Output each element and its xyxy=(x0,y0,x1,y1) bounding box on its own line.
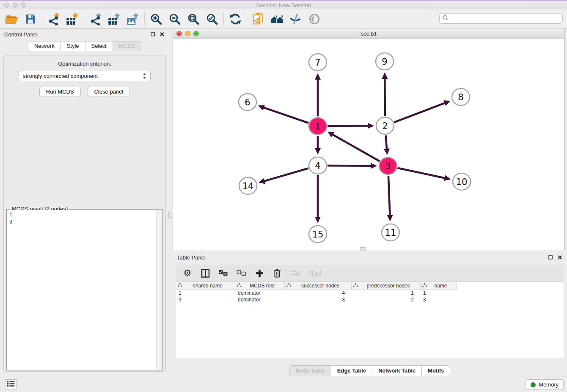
table-row[interactable]: 1dominator411 xyxy=(176,290,564,297)
tab-edge-table[interactable]: Edge Table xyxy=(331,365,372,376)
zoom-out-icon[interactable] xyxy=(165,11,184,28)
tab-motifs[interactable]: Motifs xyxy=(422,365,450,376)
zoom-fit-icon[interactable] xyxy=(184,11,203,28)
table-cell: 1 xyxy=(421,290,457,297)
column-header-shared-name[interactable]: shared name xyxy=(176,282,235,290)
float-panel-icon[interactable] xyxy=(151,32,155,36)
graph-node-11[interactable]: 11 xyxy=(382,224,399,241)
toolbar-separator xyxy=(144,12,145,26)
graph-node-1[interactable]: 1 xyxy=(309,118,327,135)
vertical-splitter-grip[interactable] xyxy=(168,212,172,218)
table-toolbar: ⚙f(x) xyxy=(176,265,564,282)
search-box[interactable] xyxy=(439,13,563,24)
save-icon[interactable] xyxy=(21,11,40,28)
table-cell: 3 xyxy=(285,297,352,304)
table-cell: 1 xyxy=(352,290,421,297)
svg-text:8: 8 xyxy=(458,92,463,102)
export-image-icon[interactable] xyxy=(124,11,142,28)
criterion-dropdown-value: strongly connected component xyxy=(23,73,98,79)
graph-node-15[interactable]: 15 xyxy=(309,226,327,243)
edge-4-3[interactable] xyxy=(328,163,377,169)
zoom-in-icon[interactable] xyxy=(147,11,165,28)
tab-network[interactable]: Network xyxy=(28,41,61,51)
column-header-MCDS-role[interactable]: MCDS role xyxy=(235,282,285,290)
run-mcds-button[interactable]: Run MCDS xyxy=(39,87,81,97)
graph-node-3[interactable]: 3 xyxy=(379,157,397,174)
show-all-icon[interactable] xyxy=(305,11,324,28)
edge-4-15[interactable] xyxy=(315,175,321,223)
edge-3-11[interactable] xyxy=(387,176,393,221)
tab-style[interactable]: Style xyxy=(61,41,85,51)
columns-icon[interactable] xyxy=(201,268,210,278)
toolbar-separator xyxy=(247,12,247,26)
search-input[interactable] xyxy=(451,15,559,22)
tab-mcds[interactable]: MCDS xyxy=(113,41,141,51)
graph-node-14[interactable]: 14 xyxy=(239,177,257,194)
result-scrollbar[interactable] xyxy=(156,210,162,370)
gear-icon[interactable]: ⚙ xyxy=(183,268,192,278)
control-panel-header: Control Panel xyxy=(0,29,169,40)
delete-row-icon[interactable] xyxy=(272,268,282,278)
edge-1-7[interactable] xyxy=(315,73,321,116)
graph-node-10[interactable]: 10 xyxy=(453,173,471,190)
table-cell: 2 xyxy=(352,297,421,304)
edge-4-14[interactable] xyxy=(259,168,308,184)
toolbar-separator xyxy=(84,12,84,26)
home-icon[interactable] xyxy=(268,11,286,28)
close-table-panel-icon[interactable] xyxy=(558,255,562,259)
criterion-dropdown[interactable]: strongly connected component xyxy=(19,71,151,81)
edge-2-8[interactable] xyxy=(394,100,451,122)
deselect-all-icon[interactable] xyxy=(237,268,246,278)
clone-network-icon[interactable] xyxy=(249,11,268,28)
float-table-panel-icon[interactable] xyxy=(548,255,553,259)
function-icon: f(x) xyxy=(308,268,321,278)
graph-node-7[interactable]: 7 xyxy=(309,54,327,71)
horizontal-splitter-grip[interactable] xyxy=(360,247,366,251)
add-row-icon[interactable] xyxy=(255,268,264,278)
zoom-selected-icon[interactable] xyxy=(203,11,221,28)
import-network-icon[interactable] xyxy=(44,11,63,28)
graph-svg: 7968124314101511 xyxy=(173,39,564,250)
edge-2-9[interactable] xyxy=(382,72,388,116)
table-panel-title: Table Panel xyxy=(177,254,206,261)
edge-2-3[interactable] xyxy=(384,135,390,155)
tab-network-table[interactable]: Network Table xyxy=(372,365,422,376)
column-header-name[interactable]: name xyxy=(421,282,457,290)
edge-3-10[interactable] xyxy=(397,168,451,181)
edge-1-4[interactable] xyxy=(315,136,321,155)
svg-text:11: 11 xyxy=(385,228,396,238)
refresh-icon[interactable] xyxy=(226,11,245,28)
svg-text:3: 3 xyxy=(385,161,391,171)
mcds-result-text[interactable]: 1 3 xyxy=(7,210,156,370)
tab-select[interactable]: Select xyxy=(85,41,113,51)
task-history-button[interactable] xyxy=(5,379,17,389)
table-row[interactable]: 3dominator323 xyxy=(176,297,564,304)
table-cell: 4 xyxy=(285,290,352,297)
network-canvas[interactable]: 7968124314101511 xyxy=(173,39,564,250)
edge-1-2[interactable] xyxy=(328,123,374,129)
open-file-icon[interactable] xyxy=(3,11,21,28)
tree-icon xyxy=(353,283,358,289)
import-table-icon[interactable] xyxy=(63,11,82,28)
toolbar-separator xyxy=(223,12,224,26)
export-table-icon[interactable] xyxy=(105,11,124,28)
export-network-icon[interactable] xyxy=(86,11,105,28)
column-header-successor-nodes[interactable]: successor nodes xyxy=(285,282,352,290)
close-panel-button[interactable]: Close panel xyxy=(88,87,130,97)
hide-selected-icon[interactable] xyxy=(286,11,305,28)
table-panel: Table Panel ⚙f(x) shared nameMCDS rolesu… xyxy=(173,252,567,376)
table-cell: dominator xyxy=(235,297,285,304)
close-panel-icon[interactable] xyxy=(160,32,164,36)
graph-node-4[interactable]: 4 xyxy=(309,157,327,174)
edge-1-6[interactable] xyxy=(258,105,309,123)
graph-node-6[interactable]: 6 xyxy=(239,94,256,110)
graph-node-8[interactable]: 8 xyxy=(452,88,470,105)
table-cell: dominator xyxy=(235,290,285,297)
column-header-predecessor-nodes[interactable]: predecessor nodes xyxy=(352,282,421,290)
edge-3-1[interactable] xyxy=(328,132,380,161)
graph-node-2[interactable]: 2 xyxy=(376,117,394,134)
select-all-icon[interactable] xyxy=(218,268,228,278)
tab-node-table[interactable]: Node Table xyxy=(289,365,331,376)
memory-button[interactable]: Memory xyxy=(526,379,564,390)
graph-node-9[interactable]: 9 xyxy=(376,53,394,70)
